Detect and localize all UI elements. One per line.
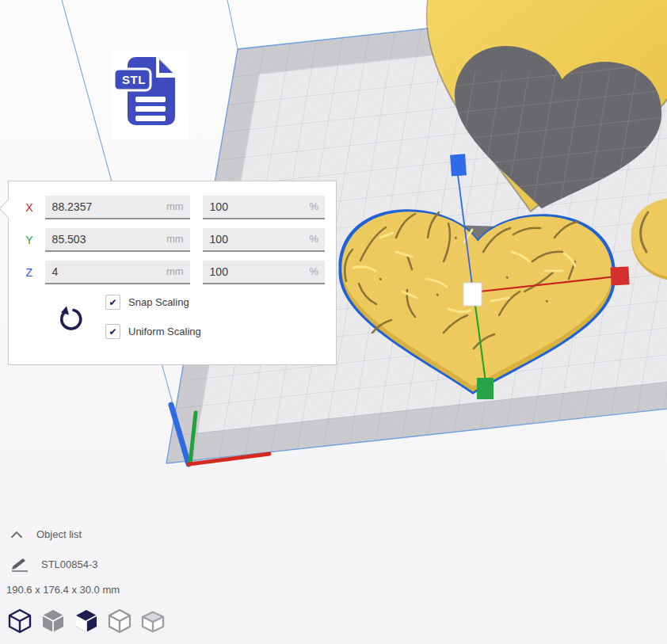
snap-scaling-label: Snap Scaling bbox=[128, 296, 189, 308]
scale-handle-x[interactable] bbox=[610, 266, 629, 285]
scale-tool-panel: X mm % Y mm % Z mm % bbox=[8, 181, 337, 365]
scale-x-percent-input[interactable] bbox=[203, 196, 325, 218]
build-volume-edge bbox=[227, 0, 238, 49]
scale-handle-center[interactable] bbox=[463, 283, 482, 306]
scale-row-y: Y mm % bbox=[20, 228, 325, 252]
object-list-header[interactable]: Object list bbox=[10, 528, 82, 540]
scale-row-z: Z mm % bbox=[20, 261, 325, 284]
cube-flat-icon[interactable] bbox=[139, 608, 166, 634]
cube-half-icon[interactable] bbox=[73, 608, 100, 634]
stl-file-icon: STL bbox=[112, 51, 188, 139]
cube-solid-icon[interactable] bbox=[40, 608, 67, 634]
cube-outline-icon[interactable] bbox=[106, 608, 133, 634]
object-dimensions-row: 190.6 x 176.4 x 30.0 mm bbox=[6, 584, 120, 596]
scale-y-percent-input[interactable] bbox=[203, 228, 325, 250]
object-name: STL00854-3 bbox=[41, 558, 98, 570]
scale-z-mm-input[interactable] bbox=[45, 261, 190, 283]
uniform-scaling-label: Uniform Scaling bbox=[128, 326, 201, 337]
scale-row-x: X mm % bbox=[20, 196, 325, 219]
checkbox-check-icon[interactable]: ✔ bbox=[105, 324, 120, 339]
object-list-item[interactable]: STL00854-3 bbox=[10, 556, 98, 572]
cube-wireframe-icon[interactable] bbox=[6, 608, 33, 634]
pencil-icon[interactable] bbox=[10, 556, 30, 572]
axis-x-label: X bbox=[20, 201, 39, 214]
object-dimensions: 190.6 x 176.4 x 30.0 mm bbox=[6, 584, 120, 596]
checkbox-check-icon[interactable]: ✔ bbox=[105, 295, 120, 310]
scale-handle-z[interactable] bbox=[450, 154, 467, 176]
reset-scale-button[interactable] bbox=[55, 304, 85, 334]
snap-scaling-checkbox[interactable]: ✔ Snap Scaling bbox=[105, 295, 189, 310]
chevron-up-icon[interactable] bbox=[10, 530, 24, 539]
uniform-scaling-checkbox[interactable]: ✔ Uniform Scaling bbox=[105, 324, 201, 339]
reset-arrow-icon bbox=[55, 304, 85, 334]
axis-z-label: Z bbox=[20, 266, 39, 279]
view-mode-icons bbox=[6, 608, 173, 634]
axis-y-label: Y bbox=[20, 234, 39, 246]
object-list-title: Object list bbox=[36, 528, 82, 540]
scale-z-percent-input[interactable] bbox=[203, 261, 325, 283]
stl-badge-label: STL bbox=[122, 73, 146, 86]
scale-y-mm-input[interactable] bbox=[45, 228, 190, 250]
scale-handle-y[interactable] bbox=[477, 378, 494, 399]
object-list-panel: Object list STL00854-3 190.6 x 176.4 x 3… bbox=[0, 519, 333, 644]
scale-x-mm-input[interactable] bbox=[45, 196, 190, 218]
